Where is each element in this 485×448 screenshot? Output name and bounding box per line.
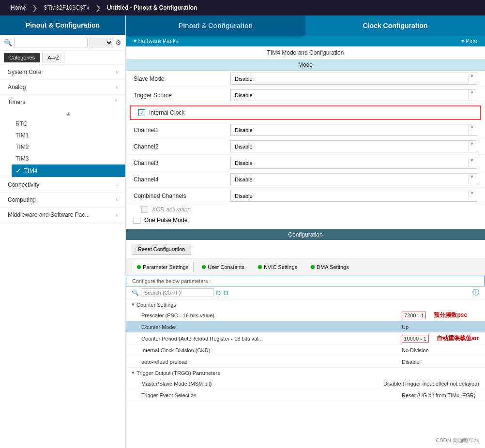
param-next-btn[interactable]: ⊙ xyxy=(223,289,229,297)
param-prev-btn[interactable]: ⊙ xyxy=(215,289,221,297)
channel3-arrow: ˅ xyxy=(469,158,475,167)
internal-clock-checkbox[interactable] xyxy=(138,109,145,116)
counter-period-annotation: 自动重装载值arr xyxy=(437,334,479,343)
sidebar-subitem-tim4[interactable]: ✓ TIM4 xyxy=(12,164,125,177)
trgo-settings-header[interactable]: ▾ Trigger Output (TRGO) Parameters xyxy=(126,368,485,378)
sidebar-timers-header[interactable]: Timers ˅ xyxy=(0,95,125,109)
tab-pinout[interactable]: Pinout & Configuration xyxy=(126,15,305,36)
prescaler-value-box: 7200 - 1 xyxy=(402,312,426,319)
trigger-source-select[interactable]: Disable ˅ xyxy=(230,89,477,101)
tab-clock-config[interactable]: Clock Configuration xyxy=(305,15,485,36)
tab-nvic-settings[interactable]: NVIC Settings xyxy=(253,262,303,272)
trgo-section-label: Trigger Output (TRGO) Parameters xyxy=(136,370,220,376)
channel2-select[interactable]: Disable ˅ xyxy=(230,140,477,152)
sidebar-subitem-tim1[interactable]: TIM1 xyxy=(12,130,125,141)
sidebar-subitem-tim3[interactable]: TIM3 xyxy=(12,153,125,164)
trigger-event-name: Trigger Event Selection xyxy=(141,392,402,398)
scroll-up-btn[interactable]: ▲ xyxy=(12,109,125,118)
one-pulse-label: One Pulse Mode xyxy=(144,217,187,224)
channel3-value: Disable xyxy=(235,160,469,166)
param-search-icon: 🔍 xyxy=(132,289,139,296)
reset-config-button[interactable]: Reset Configuration xyxy=(132,244,191,254)
slave-mode-label: Slave Mode xyxy=(134,75,230,82)
sidebar-item-middleware[interactable]: Middleware and Software Pac... › xyxy=(0,208,125,223)
param-search-row: 🔍 ⊙ ⊙ ⓘ xyxy=(126,286,485,299)
breadcrumb-home[interactable]: Home xyxy=(5,2,32,13)
collapse-arrow: ˅ xyxy=(115,99,118,105)
sidebar-item-system-core[interactable]: System Core › xyxy=(0,65,125,80)
left-panel-title: Pinout & Configuration xyxy=(0,15,125,35)
counter-section-arrow: ▾ xyxy=(132,301,135,308)
msm-value: Disable (Trigger input effect not delaye… xyxy=(383,381,479,387)
breadcrumb-current[interactable]: Untitled - Pinout & Configuration xyxy=(101,2,203,13)
sidebar-content: System Core › Analog › Timers ˅ ▲ RTC xyxy=(0,65,125,448)
channel1-row: Channel1 Disable ˅ xyxy=(126,122,485,138)
param-row-msm: Master/Slave Mode (MSM bit) Disable (Tri… xyxy=(126,378,485,389)
internal-clock-label: Internal Clock xyxy=(149,109,184,116)
channel1-label: Channel1 xyxy=(134,127,230,134)
slave-mode-value: Disable xyxy=(235,76,469,82)
channel1-select[interactable]: Disable ˅ xyxy=(230,124,477,136)
expand-arrow: › xyxy=(116,197,118,203)
counter-period-value-box: 10000 - 1 xyxy=(402,335,429,343)
param-row-trigger-event: Trigger Event Selection Reset (UG bit fr… xyxy=(126,389,485,401)
sub-nav: ▾ Software Packs ▾ Pino xyxy=(126,36,485,46)
channel2-arrow: ˅ xyxy=(469,142,475,151)
slave-mode-arrow: ˅ xyxy=(469,74,475,83)
one-pulse-checkbox[interactable] xyxy=(134,217,140,224)
slave-mode-select[interactable]: Disable ˅ xyxy=(230,73,477,85)
counter-period-value: 10000 - 1 自动重装载值arr xyxy=(402,334,480,343)
sidebar-item-label: Analog xyxy=(8,84,26,90)
combined-channels-value: Disable xyxy=(235,193,469,199)
tab-parameter-settings[interactable]: Parameter Settings xyxy=(132,262,194,272)
sidebar-item-analog[interactable]: Analog › xyxy=(0,80,125,95)
combined-channels-select[interactable]: Disable ˅ xyxy=(230,190,477,202)
breadcrumb-stm32[interactable]: STM32F103C8Tx xyxy=(38,2,95,13)
sub-nav-software-packs[interactable]: ▾ Software Packs xyxy=(134,38,179,45)
search-icon: 🔍 xyxy=(4,39,12,46)
param-row-prescaler: Prescaler (PSC - 16 bits value) 7200 - 1… xyxy=(126,310,485,321)
search-dropdown[interactable] xyxy=(90,38,113,47)
tab-atoz[interactable]: A->Z xyxy=(42,53,64,62)
sub-nav-pino[interactable]: ▾ Pino xyxy=(461,38,477,45)
category-tabs: Categories A->Z xyxy=(0,51,125,65)
counter-mode-name: Counter Mode xyxy=(141,324,402,330)
counter-settings-header[interactable]: ▾ Counter Settings xyxy=(126,299,485,310)
internal-clock-row: Internal Clock xyxy=(130,105,481,120)
param-search-input[interactable] xyxy=(141,288,213,297)
sidebar-subitem-rtc[interactable]: RTC xyxy=(12,118,125,130)
tab-user-constants[interactable]: User Constants xyxy=(197,262,250,272)
channel4-label: Channel4 xyxy=(134,176,230,183)
channel3-select[interactable]: Disable ˅ xyxy=(230,157,477,169)
sidebar-subitem-tim2[interactable]: TIM2 xyxy=(12,141,125,153)
tab-dma-settings[interactable]: DMA Settings xyxy=(305,262,354,272)
sidebar-item-connectivity[interactable]: Connectivity › xyxy=(0,178,125,193)
channel2-row: Channel2 Disable ˅ xyxy=(126,138,485,155)
trigger-source-row: Trigger Source Disable ˅ xyxy=(126,87,485,104)
expand-arrow: › xyxy=(116,212,118,218)
top-tabs: Pinout & Configuration Clock Configurati… xyxy=(126,15,485,36)
gear-icon[interactable]: ⚙ xyxy=(115,39,121,46)
main-container: Pinout & Configuration 🔍 ⚙ Categories A-… xyxy=(0,15,485,448)
channel3-label: Channel3 xyxy=(134,160,230,166)
channel4-arrow: ˅ xyxy=(469,175,475,184)
right-panel: Pinout & Configuration Clock Configurati… xyxy=(126,15,485,448)
expand-arrow: › xyxy=(116,84,118,90)
tab-categories[interactable]: Categories xyxy=(4,53,40,62)
sidebar-item-computing[interactable]: Computing › xyxy=(0,193,125,208)
channel4-select[interactable]: Disable ˅ xyxy=(230,173,477,185)
trgo-section-arrow: ▾ xyxy=(132,370,135,376)
tim4-title: TIM4 Mode and Configuration xyxy=(126,46,485,60)
watermark: CSDN @咖喱年糕 xyxy=(436,437,479,444)
left-panel: Pinout & Configuration 🔍 ⚙ Categories A-… xyxy=(0,15,126,448)
counter-period-name: Counter Period (AutoReload Register - 16… xyxy=(141,336,402,342)
param-row-counter-period: Counter Period (AutoReload Register - 16… xyxy=(126,333,485,344)
search-row: 🔍 ⚙ xyxy=(0,35,125,51)
param-info-btn[interactable]: ⓘ xyxy=(472,288,479,297)
prescaler-annotation: 预分频数psc xyxy=(434,311,467,319)
rtc-label: RTC xyxy=(15,120,27,127)
sidebar-computing-label: Computing xyxy=(8,196,36,203)
tim2-label: TIM2 xyxy=(15,144,29,150)
search-input[interactable] xyxy=(14,38,88,47)
slave-mode-row: Slave Mode Disable ˅ xyxy=(126,71,485,87)
